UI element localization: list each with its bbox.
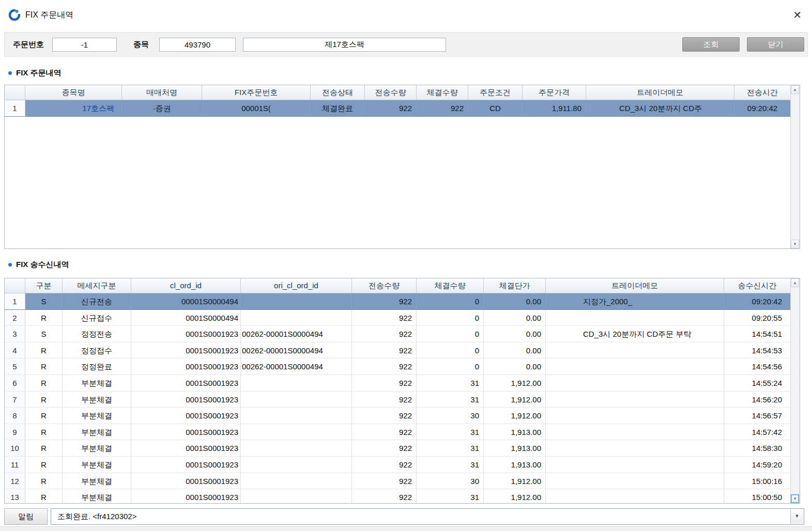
table-row[interactable]: 10R부분체결0001S0001923922311,913.0014:58:30: [5, 440, 791, 457]
cell-fill_qty: 0: [417, 342, 484, 359]
cell-cl_ord_id: 0001S0001923: [131, 358, 241, 375]
table-row[interactable]: 9R부분체결0001S0001923922311,913.0014:57:42: [5, 424, 791, 441]
cell-fill_qty: 0: [417, 310, 484, 326]
cell-fill_price: 1,912.00: [484, 408, 546, 424]
cell-gubun: R: [25, 457, 63, 473]
cell-ori_cl_ord_id: [241, 424, 352, 441]
table-row[interactable]: 1S신규전송00001S000049492200.00지정가_2000_09:2…: [5, 293, 791, 310]
table-row[interactable]: 5R정정완료0001S000192300262-00001S0000494922…: [5, 358, 791, 375]
cell-ori_cl_ord_id: [241, 392, 352, 408]
symbol-name-input[interactable]: [243, 38, 446, 52]
cell-gubun: R: [25, 392, 63, 408]
column-header-condition[interactable]: 주문조건: [468, 85, 523, 100]
order-grid: ▲ ▼ 종목명매매처명FIX주문번호전송상태전송수량체결수량주문조건주문가격트레…: [4, 85, 800, 249]
column-header-name[interactable]: 종목명: [25, 85, 122, 100]
bullet-icon: [8, 263, 12, 267]
column-header-gubun[interactable]: 구분: [25, 278, 63, 293]
cell-no: 7: [5, 392, 25, 408]
cell-memo: CD_3시 20분까지 CD주문 부탁: [546, 326, 724, 342]
cell-fill_price: 0.00: [484, 326, 546, 342]
cell-memo: [546, 392, 724, 408]
cell-no: 2: [5, 310, 25, 326]
column-header-msg_type[interactable]: 메세지구분: [63, 278, 131, 293]
dropdown-arrow-icon[interactable]: ▼: [790, 509, 803, 524]
close-button[interactable]: 닫기: [747, 37, 804, 52]
cell-time: 14:55:24: [724, 375, 791, 392]
column-header-status[interactable]: 전송상태: [311, 85, 365, 100]
cell-msg_type: 부분체결: [63, 457, 131, 473]
cell-msg_type: 신규전송: [63, 293, 131, 310]
column-header-price[interactable]: 주문가격: [523, 85, 586, 100]
message-section-label: FIX 송수신내역: [16, 260, 69, 270]
scroll-up-icon[interactable]: ▲: [791, 85, 799, 94]
cell-cl_ord_id: 0001S0001923: [131, 424, 241, 441]
cell-memo: CD_3시 20분까지 CD주: [586, 100, 734, 117]
cell-msg_type: 신규접수: [63, 310, 131, 326]
column-header-cl_ord_id[interactable]: cl_ord_id: [131, 278, 241, 293]
search-button[interactable]: 조회: [682, 37, 740, 52]
grid-body: 117호스팩·증권00001S(체결완료922922CD1,911.80CD_3…: [5, 100, 791, 248]
table-row[interactable]: 3S정정전송0001S000192300262-00001S0000494922…: [5, 326, 791, 342]
cell-send_qty: 922: [352, 473, 417, 490]
cell-ori_cl_ord_id: 00262-00001S0000494: [241, 342, 352, 359]
cell-msg_type: 부분체결: [63, 424, 131, 441]
cell-ori_cl_ord_id: [241, 440, 352, 457]
cell-time: 14:57:42: [724, 424, 791, 441]
column-header-fix_no[interactable]: FIX주문번호: [202, 85, 311, 100]
cell-fill_qty: 922: [417, 100, 468, 117]
cell-memo: [546, 489, 724, 503]
column-header-fill_qty[interactable]: 체결수량: [417, 278, 484, 293]
cell-fill_qty: 31: [417, 489, 484, 503]
cell-memo: [546, 473, 724, 490]
table-row[interactable]: 12R부분체결0001S0001923922301,912.0015:00:16: [5, 473, 791, 490]
cell-send_qty: 922: [352, 358, 417, 375]
cell-send_qty: 922: [352, 293, 417, 310]
cell-gubun: R: [25, 358, 63, 375]
column-header-no[interactable]: [5, 85, 25, 100]
message-grid-scrollbar[interactable]: ▲ ▼: [790, 278, 800, 503]
column-header-fill_qty[interactable]: 체결수량: [417, 85, 468, 100]
order-section-title: FIX 주문내역: [8, 68, 62, 78]
order-section-label: FIX 주문내역: [16, 68, 62, 78]
scroll-up-icon[interactable]: ▲: [791, 278, 799, 287]
column-header-no[interactable]: [5, 278, 25, 293]
cell-fill_price: 1,913.00: [484, 457, 546, 473]
cell-ori_cl_ord_id: [241, 473, 352, 490]
column-header-send_qty[interactable]: 전송수량: [365, 85, 417, 100]
column-header-memo[interactable]: 트레이더메모: [546, 278, 724, 293]
cell-no: 8: [5, 408, 25, 424]
table-row[interactable]: 7R부분체결0001S0001923922311,912.0014:56:20: [5, 392, 791, 408]
column-header-memo[interactable]: 트레이더메모: [586, 85, 734, 100]
cell-fill_price: 1,912.00: [484, 392, 546, 408]
scroll-down-icon[interactable]: ▼: [791, 494, 799, 503]
cell-msg_type: 정정접수: [63, 342, 131, 359]
column-header-time[interactable]: 전송시간: [734, 85, 791, 100]
table-row[interactable]: 6R부분체결0001S0001923922311,912.0014:55:24: [5, 375, 791, 392]
cell-condition: CD: [468, 100, 523, 117]
table-row[interactable]: 11R부분체결0001S0001923922311,913.0014:59:20: [5, 457, 791, 473]
table-row[interactable]: 117호스팩·증권00001S(체결완료922922CD1,911.80CD_3…: [5, 100, 791, 117]
close-icon[interactable]: ✕: [793, 10, 802, 20]
column-header-send_qty[interactable]: 전송수량: [352, 278, 417, 293]
cell-memo: [546, 310, 724, 326]
column-header-time[interactable]: 송수신시간: [724, 278, 791, 293]
column-header-fill_price[interactable]: 체결단가: [484, 278, 546, 293]
order-no-input[interactable]: [52, 38, 117, 52]
table-row[interactable]: 4R정정접수0001S000192300262-00001S0000494922…: [5, 342, 791, 359]
table-row[interactable]: 2R신규접수0001S000049492200.0009:20:55: [5, 310, 791, 326]
column-header-ori_cl_ord_id[interactable]: ori_cl_ord_id: [241, 278, 352, 293]
scroll-down-icon[interactable]: ▼: [791, 240, 799, 248]
column-header-broker[interactable]: 매매처명: [122, 85, 202, 100]
cell-gubun: R: [25, 440, 63, 457]
cell-fill_qty: 31: [417, 440, 484, 457]
cell-time: 09:20:55: [724, 310, 791, 326]
symbol-code-input[interactable]: [159, 38, 236, 52]
order-grid-scrollbar[interactable]: ▲ ▼: [790, 85, 800, 248]
cell-gubun: S: [25, 326, 63, 342]
table-row[interactable]: 13R부분체결0001S0001923922311,912.0015:00:50: [5, 489, 791, 503]
table-row[interactable]: 8R부분체결0001S0001923922301,912.0014:56:57: [5, 408, 791, 424]
status-message-combobox[interactable]: 조회완료. <fr4120302> ▼: [51, 508, 804, 525]
cell-fill_qty: 0: [417, 326, 484, 342]
cell-gubun: R: [25, 473, 63, 490]
cell-cl_ord_id: 0001S0001923: [131, 375, 241, 392]
